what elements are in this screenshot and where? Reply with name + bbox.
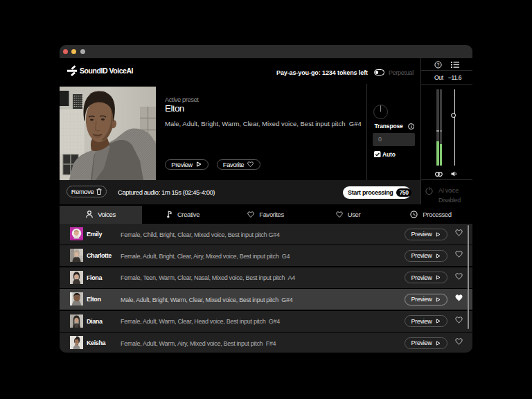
svg-text:?: ? [437,62,440,67]
